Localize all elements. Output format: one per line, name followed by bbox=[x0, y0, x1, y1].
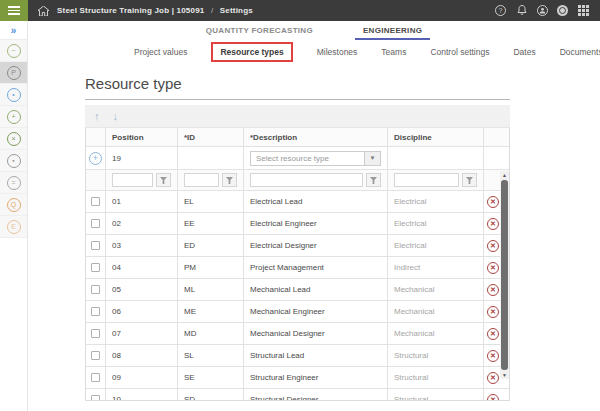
resource-type-select[interactable]: Select resource type ▼ bbox=[250, 151, 381, 166]
table-row: 03 ED Electrical Designer Electrical ✕ bbox=[86, 235, 509, 257]
discipline-filter-funnel-icon[interactable] bbox=[462, 173, 477, 187]
breadcrumb: Steel Structure Training Job | 105091 / … bbox=[57, 6, 253, 15]
sidebar-module-icon[interactable]: = bbox=[0, 172, 27, 194]
table-body: 01 EL Electrical Lead Electrical ✕ 02 EE… bbox=[86, 191, 509, 400]
position-filter-input[interactable] bbox=[112, 173, 153, 187]
add-row-position: 19 bbox=[106, 147, 178, 169]
select-placeholder: Select resource type bbox=[251, 152, 364, 165]
delete-row-icon[interactable]: ✕ bbox=[487, 196, 499, 208]
row-checkbox[interactable] bbox=[91, 285, 100, 294]
table-row: 05 ML Mechanical Lead Mechanical ✕ bbox=[86, 279, 509, 301]
main-content: Resource type ↑ ↓ Position *ID *Descript… bbox=[28, 63, 600, 411]
settings-tab[interactable]: Project values bbox=[134, 47, 187, 57]
settings-tab-bar: Project valuesResource typesMilestonesTe… bbox=[28, 40, 600, 63]
delete-row-icon[interactable]: ✕ bbox=[487, 218, 499, 230]
scroll-down-icon[interactable]: ▼ bbox=[502, 371, 507, 379]
cell-position: 05 bbox=[106, 279, 178, 300]
sidebar-module-icon[interactable]: ~ bbox=[0, 40, 27, 62]
home-icon[interactable] bbox=[38, 6, 49, 16]
cell-position: 10 bbox=[106, 389, 178, 400]
cell-position: 03 bbox=[106, 235, 178, 256]
cell-discipline: Mechanical bbox=[388, 301, 484, 322]
chevron-down-icon[interactable]: ▼ bbox=[364, 152, 380, 165]
description-filter-funnel-icon[interactable] bbox=[366, 173, 381, 187]
add-row-icon[interactable]: + bbox=[89, 152, 102, 165]
table-row: 01 EL Electrical Lead Electrical ✕ bbox=[86, 191, 509, 213]
top-bar: Steel Structure Training Job | 105091 / … bbox=[0, 0, 600, 21]
sidebar-module-icon[interactable]: ▪ bbox=[0, 150, 27, 172]
sidebar-module-icon[interactable]: E bbox=[0, 216, 27, 238]
cell-description: Structural Lead bbox=[244, 345, 388, 366]
help-icon[interactable]: ? bbox=[495, 5, 506, 16]
settings-tab[interactable]: Documents bbox=[560, 47, 600, 57]
main-tab[interactable]: ENGINEERING bbox=[355, 26, 430, 40]
row-checkbox[interactable] bbox=[91, 197, 100, 206]
scrollbar-thumb[interactable] bbox=[501, 180, 508, 370]
cell-position: 07 bbox=[106, 323, 178, 344]
globe-icon[interactable] bbox=[557, 5, 568, 16]
cell-position: 09 bbox=[106, 367, 178, 388]
table-row: 04 PM Project Management Indirect ✕ bbox=[86, 257, 509, 279]
filter-select-col bbox=[86, 170, 106, 190]
delete-row-icon[interactable]: ✕ bbox=[487, 284, 499, 296]
id-filter-input[interactable] bbox=[184, 173, 219, 187]
cell-id: MD bbox=[178, 323, 244, 344]
header-actions-col bbox=[484, 128, 502, 146]
description-filter-input[interactable] bbox=[250, 173, 363, 187]
job-title: Steel Structure Training Job | 105091 bbox=[57, 6, 204, 15]
table-row: 02 EE Electrical Engineer Electrical ✕ bbox=[86, 213, 509, 235]
cell-discipline: Electrical bbox=[388, 191, 484, 212]
apps-grid-icon[interactable] bbox=[577, 4, 590, 17]
delete-row-icon[interactable]: ✕ bbox=[487, 350, 499, 362]
delete-row-icon[interactable]: ✕ bbox=[487, 240, 499, 252]
cell-discipline: Structural bbox=[388, 367, 484, 388]
settings-tab[interactable]: Resource types bbox=[211, 42, 292, 62]
sidebar-module-icon[interactable]: Q bbox=[0, 194, 27, 216]
cell-position: 08 bbox=[106, 345, 178, 366]
table-row: 07 MD Mechanical Designer Mechanical ✕ bbox=[86, 323, 509, 345]
page-title: Resource type bbox=[85, 75, 600, 92]
sidebar-module-icon[interactable]: + bbox=[0, 106, 27, 128]
settings-tab[interactable]: Control settings bbox=[430, 47, 489, 57]
scroll-up-icon[interactable]: ▲ bbox=[502, 171, 507, 179]
row-checkbox[interactable] bbox=[91, 395, 100, 400]
cell-position: 01 bbox=[106, 191, 178, 212]
header-id: *ID bbox=[178, 128, 244, 146]
row-checkbox[interactable] bbox=[91, 351, 100, 360]
delete-row-icon[interactable]: ✕ bbox=[487, 306, 499, 318]
sidebar-expand-icon[interactable]: » bbox=[0, 21, 27, 40]
hamburger-menu-icon[interactable] bbox=[0, 0, 28, 21]
cell-discipline: Indirect bbox=[388, 257, 484, 278]
sidebar-module-icon[interactable]: P bbox=[0, 62, 27, 84]
add-row-actions bbox=[484, 147, 502, 169]
sidebar-module-icon[interactable]: × bbox=[0, 128, 27, 150]
delete-row-icon[interactable]: ✕ bbox=[487, 394, 499, 401]
row-checkbox[interactable] bbox=[91, 329, 100, 338]
settings-tab[interactable]: Milestones bbox=[317, 47, 358, 57]
delete-row-icon[interactable]: ✕ bbox=[487, 372, 499, 384]
row-checkbox[interactable] bbox=[91, 219, 100, 228]
delete-row-icon[interactable]: ✕ bbox=[487, 328, 499, 340]
id-filter-funnel-icon[interactable] bbox=[222, 173, 237, 187]
add-row-id bbox=[178, 147, 244, 169]
row-checkbox[interactable] bbox=[91, 241, 100, 250]
user-icon[interactable] bbox=[537, 5, 548, 16]
cell-position: 04 bbox=[106, 257, 178, 278]
settings-tab[interactable]: Teams bbox=[381, 47, 406, 57]
vertical-scrollbar[interactable]: ▲ ▼ bbox=[500, 171, 509, 379]
table-header-row: Position *ID *Description Discipline bbox=[86, 128, 509, 147]
main-tab[interactable]: QUANTITY FORECASTING bbox=[198, 26, 321, 40]
cell-description: Project Management bbox=[244, 257, 388, 278]
cell-id: PM bbox=[178, 257, 244, 278]
discipline-filter-input[interactable] bbox=[394, 173, 459, 187]
row-checkbox[interactable] bbox=[91, 373, 100, 382]
move-up-icon[interactable]: ↑ bbox=[94, 111, 100, 122]
row-checkbox[interactable] bbox=[91, 307, 100, 316]
move-down-icon[interactable]: ↓ bbox=[113, 111, 119, 122]
notifications-bell-icon[interactable] bbox=[515, 4, 528, 17]
row-checkbox[interactable] bbox=[91, 263, 100, 272]
sidebar-module-icon[interactable]: • bbox=[0, 84, 27, 106]
delete-row-icon[interactable]: ✕ bbox=[487, 262, 499, 274]
settings-tab[interactable]: Dates bbox=[513, 47, 535, 57]
position-filter-funnel-icon[interactable] bbox=[156, 173, 171, 187]
